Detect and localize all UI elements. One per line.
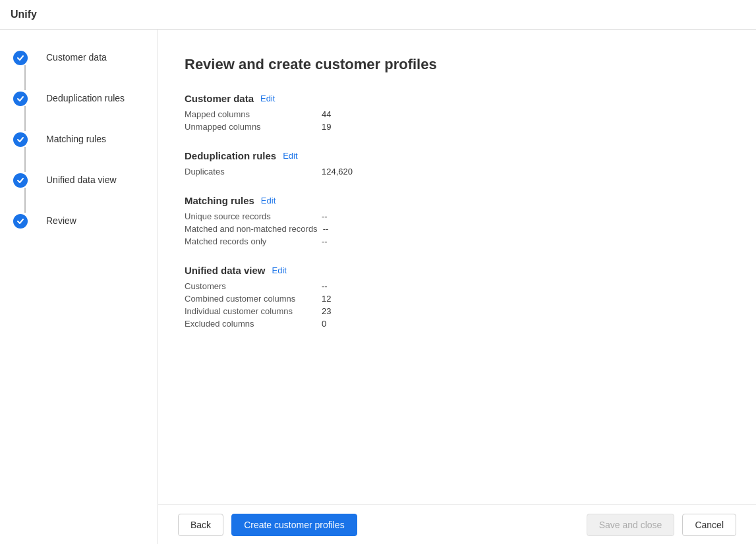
value-matched-non-matched-records: -- — [323, 224, 329, 234]
content-area: Review and create customer profiles Cust… — [158, 30, 756, 544]
row-matched-non-matched-records: Matched and non-matched records -- — [185, 224, 730, 234]
section-unified-data-view: Unified data view Edit Customers -- Comb… — [185, 265, 730, 329]
label-matched-non-matched-records: Matched and non-matched records — [185, 224, 318, 234]
row-duplicates: Duplicates 124,620 — [185, 167, 730, 177]
value-duplicates: 124,620 — [322, 167, 353, 177]
section-deduplication-rules: Deduplication rules Edit Duplicates 124,… — [185, 150, 730, 177]
sidebar-label-customer-data: Customer data — [46, 49, 107, 82]
label-individual-customer-columns: Individual customer columns — [185, 306, 316, 316]
back-button[interactable]: Back — [178, 514, 223, 536]
footer-bar: Back Create customer profiles Save and c… — [158, 504, 756, 544]
label-unmapped-columns: Unmapped columns — [185, 122, 316, 132]
row-customers: Customers -- — [185, 281, 730, 291]
sidebar-step-customer-data[interactable]: Customer data — [13, 49, 158, 90]
footer-left: Back Create customer profiles — [178, 514, 357, 536]
value-mapped-columns: 44 — [322, 109, 331, 119]
label-customers: Customers — [185, 281, 316, 291]
sidebar-step-deduplication-rules[interactable]: Deduplication rules — [13, 90, 158, 131]
page-title: Review and create customer profiles — [185, 56, 730, 73]
label-excluded-columns: Excluded columns — [185, 319, 316, 329]
sidebar-step-matching-rules[interactable]: Matching rules — [13, 131, 158, 172]
section-title-unified-data-view: Unified data view — [185, 265, 266, 276]
label-matched-records-only: Matched records only — [185, 236, 316, 246]
sidebar-step-review[interactable]: Review — [13, 213, 158, 246]
sidebar-label-unified-data-view: Unified data view — [46, 172, 117, 205]
step-icon-review — [13, 214, 28, 229]
row-individual-customer-columns: Individual customer columns 23 — [185, 306, 730, 316]
sidebar-label-matching-rules: Matching rules — [46, 131, 106, 164]
edit-link-customer-data[interactable]: Edit — [260, 94, 275, 103]
value-individual-customer-columns: 23 — [322, 306, 331, 316]
step-icon-deduplication-rules — [13, 92, 28, 106]
label-mapped-columns: Mapped columns — [185, 109, 316, 119]
step-icon-unified-data-view — [13, 173, 28, 188]
save-and-close-button[interactable]: Save and close — [587, 514, 675, 536]
row-matched-records-only: Matched records only -- — [185, 236, 730, 246]
label-combined-customer-columns: Combined customer columns — [185, 294, 316, 304]
value-combined-customer-columns: 12 — [322, 294, 331, 304]
value-unmapped-columns: 19 — [322, 122, 331, 132]
edit-link-matching-rules[interactable]: Edit — [261, 196, 276, 205]
row-mapped-columns: Mapped columns 44 — [185, 109, 730, 119]
label-duplicates: Duplicates — [185, 167, 316, 177]
step-icon-customer-data — [13, 51, 28, 65]
label-unique-source-records: Unique source records — [185, 211, 316, 221]
value-customers: -- — [322, 281, 328, 291]
app-title: Unify — [11, 9, 37, 20]
step-icon-matching-rules — [13, 132, 28, 147]
sidebar: Customer data Deduplication rules — [0, 30, 158, 544]
main-layout: Customer data Deduplication rules — [0, 30, 756, 544]
section-header-customer-data: Customer data Edit — [185, 93, 730, 104]
section-matching-rules: Matching rules Edit Unique source record… — [185, 195, 730, 246]
sidebar-label-review: Review — [46, 213, 76, 246]
value-excluded-columns: 0 — [322, 319, 326, 329]
value-unique-source-records: -- — [322, 211, 328, 221]
value-matched-records-only: -- — [322, 236, 328, 246]
row-combined-customer-columns: Combined customer columns 12 — [185, 294, 730, 304]
section-customer-data: Customer data Edit Mapped columns 44 Unm… — [185, 93, 730, 132]
footer-right: Save and close Cancel — [587, 514, 736, 536]
content-body: Review and create customer profiles Cust… — [158, 30, 756, 504]
edit-link-deduplication-rules[interactable]: Edit — [283, 151, 297, 161]
cancel-button[interactable]: Cancel — [682, 514, 736, 536]
row-unmapped-columns: Unmapped columns 19 — [185, 122, 730, 132]
section-header-deduplication-rules: Deduplication rules Edit — [185, 150, 730, 161]
section-title-customer-data: Customer data — [185, 93, 254, 104]
row-excluded-columns: Excluded columns 0 — [185, 319, 730, 329]
section-title-matching-rules: Matching rules — [185, 195, 254, 206]
section-title-deduplication-rules: Deduplication rules — [185, 150, 276, 161]
create-customer-profiles-button[interactable]: Create customer profiles — [231, 514, 357, 536]
section-header-unified-data-view: Unified data view Edit — [185, 265, 730, 276]
section-header-matching-rules: Matching rules Edit — [185, 195, 730, 206]
app-header: Unify — [0, 0, 756, 30]
sidebar-step-unified-data-view[interactable]: Unified data view — [13, 172, 158, 213]
edit-link-unified-data-view[interactable]: Edit — [272, 265, 287, 275]
row-unique-source-records: Unique source records -- — [185, 211, 730, 221]
sidebar-label-deduplication-rules: Deduplication rules — [46, 90, 125, 123]
